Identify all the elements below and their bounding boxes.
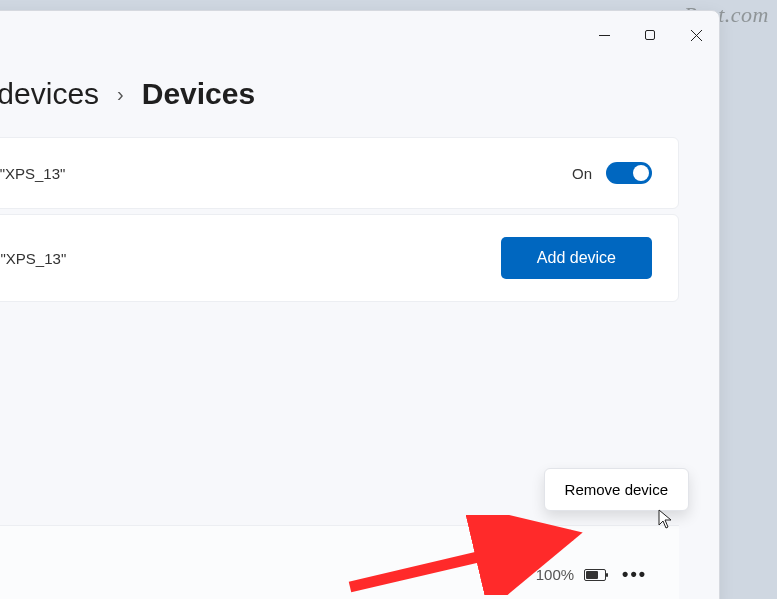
more-options-button[interactable]: ••• xyxy=(616,560,653,589)
minimize-button[interactable] xyxy=(581,19,627,51)
close-button[interactable] xyxy=(673,19,719,51)
add-device-card: h "XPS_13" Add device xyxy=(0,214,679,302)
svg-rect-1 xyxy=(645,30,654,39)
discoverable-text: s "XPS_13" xyxy=(0,165,65,182)
bluetooth-toggle-group: On xyxy=(572,162,652,184)
discoverable-card: s "XPS_13" On xyxy=(0,137,679,209)
maximize-button[interactable] xyxy=(627,19,673,51)
breadcrumb: & devices › Devices xyxy=(0,59,719,137)
breadcrumb-parent[interactable]: & devices xyxy=(0,77,99,111)
battery-icon xyxy=(584,569,606,581)
device-status: 100% ••• xyxy=(536,560,653,589)
breadcrumb-current: Devices xyxy=(142,77,255,111)
remove-device-menu-item[interactable]: Remove device xyxy=(544,468,689,511)
toggle-label: On xyxy=(572,165,592,182)
bluetooth-toggle[interactable] xyxy=(606,162,652,184)
chevron-right-icon: › xyxy=(117,83,124,106)
add-device-button[interactable]: Add device xyxy=(501,237,652,279)
add-device-text: h "XPS_13" xyxy=(0,250,66,267)
device-row: e (2) 100% ••• xyxy=(0,525,679,599)
battery-percent: 100% xyxy=(536,566,574,583)
titlebar xyxy=(0,11,719,59)
